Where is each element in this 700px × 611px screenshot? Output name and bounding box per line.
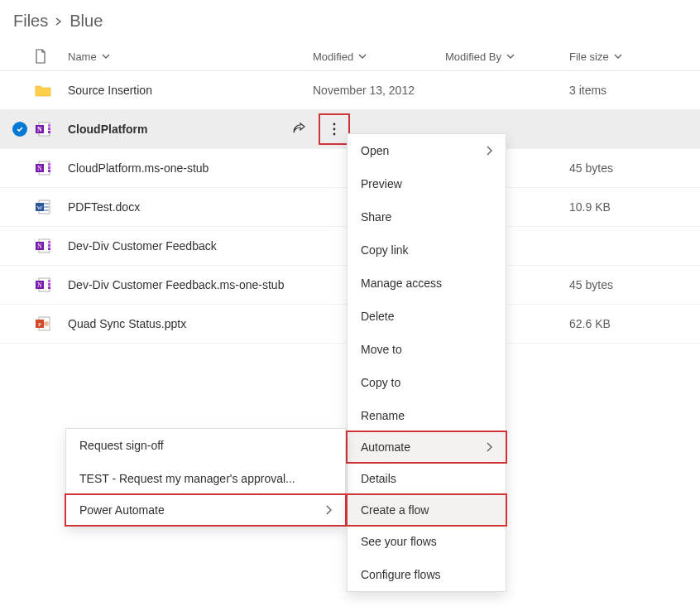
menu-item[interactable]: See your flows: [348, 525, 506, 558]
header-modified-by[interactable]: Modified By: [445, 51, 569, 63]
svg-rect-3: [48, 124, 50, 127]
menu-item[interactable]: Share: [348, 200, 506, 233]
chevron-down-icon: [506, 52, 515, 60]
svg-rect-20: [44, 209, 49, 211]
menu-item-label: Automate: [361, 440, 410, 454]
power-automate-submenu: Create a flowSee your flowsConfigure flo…: [347, 494, 506, 592]
size-cell: 45 bytes: [569, 278, 613, 291]
header-modified-by-label: Modified By: [445, 51, 501, 63]
chevron-down-icon: [102, 52, 110, 60]
row-select-checkbox[interactable]: [12, 121, 28, 137]
svg-rect-30: [48, 280, 50, 282]
header-name[interactable]: Name: [68, 51, 313, 63]
svg-text:P: P: [38, 321, 41, 328]
automate-submenu: Request sign-offTEST - Request my manage…: [65, 428, 346, 526]
svg-rect-32: [48, 286, 50, 289]
file-name[interactable]: CloudPlatform: [68, 123, 147, 136]
menu-item[interactable]: Preview: [348, 167, 506, 200]
file-name[interactable]: Dev-Div Customer Feedback: [68, 239, 217, 253]
more-actions-button[interactable]: [319, 113, 350, 145]
word-icon: W: [35, 199, 51, 215]
menu-item[interactable]: Power Automate: [65, 493, 347, 527]
menu-item[interactable]: Configure flows: [348, 558, 506, 591]
svg-text:N: N: [37, 126, 42, 133]
menu-item-label: Preview: [361, 177, 402, 190]
menu-item-label: Share: [361, 210, 391, 224]
svg-rect-18: [44, 203, 49, 204]
onenote-icon: N: [35, 121, 51, 137]
chevron-right-icon: [486, 146, 492, 156]
header-name-label: Name: [68, 51, 97, 63]
svg-point-7: [333, 128, 336, 131]
header-file-size-label: File size: [569, 51, 609, 63]
header-type-icon[interactable]: [35, 49, 68, 64]
menu-item-label: See your flows: [361, 535, 437, 548]
header-file-size[interactable]: File size: [569, 51, 652, 63]
header-modified[interactable]: Modified: [313, 51, 445, 63]
chevron-right-icon: [55, 17, 63, 26]
breadcrumb-root[interactable]: Files: [13, 12, 48, 31]
size-cell: 62.6 KB: [569, 317, 611, 330]
menu-item-label: Manage access: [361, 277, 442, 290]
svg-point-6: [333, 123, 336, 126]
svg-rect-4: [48, 127, 50, 130]
svg-rect-26: [48, 248, 50, 250]
header-modified-label: Modified: [313, 51, 353, 63]
file-name[interactable]: Source Insertion: [68, 84, 152, 97]
onenote-icon: N: [35, 277, 51, 293]
svg-point-8: [333, 133, 336, 136]
svg-point-36: [44, 321, 49, 326]
table-header: Name Modified Modified By File size: [0, 42, 700, 71]
svg-text:N: N: [37, 243, 42, 250]
menu-item-label: Power Automate: [79, 503, 165, 517]
size-cell: 45 bytes: [569, 161, 613, 175]
menu-item[interactable]: Copy link: [348, 233, 506, 267]
menu-item[interactable]: Details: [348, 462, 506, 495]
svg-rect-13: [48, 166, 50, 169]
menu-item[interactable]: Move to: [348, 333, 506, 366]
file-name[interactable]: PDFTest.docx: [68, 200, 140, 214]
file-name[interactable]: Quad Sync Status.pptx: [68, 317, 186, 330]
file-name[interactable]: CloudPlatform.ms-one-stub: [68, 161, 209, 175]
menu-item[interactable]: Create a flow: [346, 493, 507, 527]
menu-item[interactable]: Request sign-off: [66, 429, 345, 462]
menu-item-label: Request sign-off: [79, 439, 164, 452]
onenote-icon: N: [35, 160, 51, 176]
menu-item-label: Rename: [361, 409, 405, 422]
menu-item-label: Configure flows: [361, 568, 441, 581]
menu-item[interactable]: TEST - Request my manager's approval...: [66, 462, 345, 495]
svg-rect-25: [48, 244, 50, 247]
svg-rect-19: [44, 206, 49, 208]
file-name[interactable]: Dev-Div Customer Feedback.ms-one-stub: [68, 278, 284, 291]
svg-rect-14: [48, 170, 50, 172]
menu-item-label: TEST - Request my manager's approval...: [79, 472, 295, 485]
context-menu: OpenPreviewShareCopy linkManage accessDe…: [347, 133, 506, 496]
menu-item-label: Open: [361, 144, 389, 157]
menu-item[interactable]: Delete: [348, 300, 506, 333]
svg-text:W: W: [37, 204, 43, 211]
menu-item[interactable]: Open: [348, 134, 506, 167]
powerpoint-icon: P: [35, 315, 51, 332]
chevron-down-icon: [358, 52, 367, 60]
menu-item[interactable]: Manage access: [348, 267, 506, 300]
menu-item-label: Delete: [361, 310, 394, 323]
size-cell: 3 items: [569, 84, 607, 97]
svg-text:N: N: [37, 281, 42, 289]
menu-item-label: Move to: [361, 343, 402, 356]
breadcrumb: Files Blue: [0, 0, 700, 42]
menu-item[interactable]: Copy to: [348, 366, 506, 399]
menu-item[interactable]: Rename: [348, 399, 506, 432]
menu-item-label: Create a flow: [361, 503, 429, 517]
menu-item[interactable]: Automate: [346, 431, 507, 464]
chevron-right-icon: [325, 505, 332, 515]
svg-text:N: N: [37, 165, 42, 172]
table-row[interactable]: Source Insertion November 13, 2012 3 ite…: [0, 71, 700, 110]
menu-item-label: Copy link: [361, 243, 409, 257]
chevron-right-icon: [486, 442, 492, 452]
svg-rect-31: [48, 283, 50, 286]
chevron-down-icon: [614, 52, 622, 60]
svg-rect-12: [48, 163, 50, 166]
breadcrumb-current[interactable]: Blue: [70, 12, 103, 31]
share-icon[interactable]: [285, 116, 312, 142]
folder-icon: [35, 82, 51, 99]
